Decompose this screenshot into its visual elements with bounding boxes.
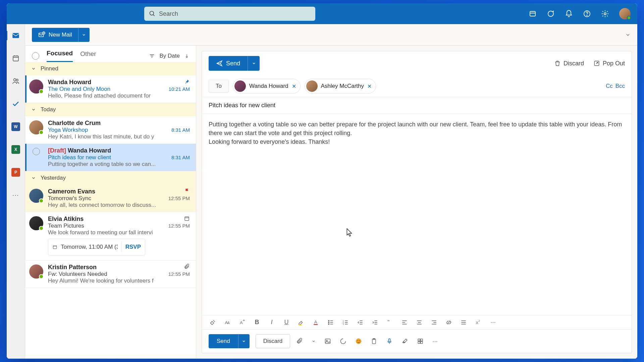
new-mail-button[interactable]: New Mail (32, 28, 78, 42)
recipient-pill[interactable]: Wanda Howard ✕ (233, 79, 301, 94)
image-icon[interactable] (324, 338, 331, 345)
search-box[interactable] (144, 7, 315, 21)
bullets-icon[interactable] (327, 319, 335, 326)
bold-button[interactable]: B (253, 319, 261, 326)
loop-icon[interactable] (340, 338, 346, 345)
pin-icon[interactable] (184, 79, 190, 85)
msg-subject: Fw: Volunteers Needed (48, 271, 107, 278)
section-label: Pinned (41, 65, 58, 72)
message-item[interactable]: Elvia Atikins Team Pictures12:55 PM We l… (25, 212, 196, 260)
msg-sender: Camerom Evans (48, 188, 95, 195)
message-item[interactable]: Wanda Howard The One and Only Moon10:21 … (25, 75, 196, 103)
subject-input[interactable] (209, 102, 625, 109)
font-size-icon[interactable]: A (238, 319, 246, 326)
chevron-down-icon (31, 66, 36, 71)
bell-icon[interactable] (565, 10, 573, 18)
ribbon-expand-icon[interactable] (625, 32, 631, 38)
rail-word[interactable]: W (9, 120, 22, 133)
outdent-icon[interactable] (356, 319, 364, 326)
sort-arrow-icon[interactable] (184, 54, 189, 58)
link-icon[interactable] (445, 319, 453, 326)
cc-button[interactable]: Cc (606, 83, 613, 89)
bottom-discard-button[interactable]: Discard (256, 334, 290, 348)
superscript-icon[interactable]: X2 (474, 319, 482, 326)
mail-plus-icon (38, 31, 45, 39)
send-button[interactable]: Send (209, 56, 248, 71)
tab-focused[interactable]: Focused (47, 50, 73, 62)
format-painter-icon[interactable] (209, 319, 217, 326)
more-format-icon[interactable]: ⋯ (489, 319, 497, 325)
msg-checkbox[interactable] (33, 148, 40, 155)
filter-icon[interactable] (149, 53, 155, 59)
msg-sender: Charlotte de Crum (48, 120, 190, 127)
apps-icon[interactable] (417, 338, 424, 345)
section-pinned[interactable]: Pinned (25, 62, 196, 75)
highlight-icon[interactable] (297, 319, 305, 326)
profile-avatar[interactable] (619, 8, 631, 19)
chat-icon[interactable] (547, 10, 555, 18)
attach-icon[interactable] (296, 338, 303, 345)
flag-icon[interactable] (184, 188, 190, 193)
bcc-button[interactable]: Bcc (615, 83, 625, 89)
dictate-icon[interactable] (386, 338, 393, 345)
signature-icon[interactable] (401, 338, 408, 345)
bottom-send-dropdown[interactable] (238, 334, 250, 348)
font-family-icon[interactable]: AA (223, 319, 231, 326)
tab-other[interactable]: Other (80, 50, 96, 62)
rail-calendar[interactable] (9, 52, 22, 65)
avatar (234, 80, 246, 92)
avatar (29, 120, 43, 134)
discard-button[interactable]: Discard (554, 60, 584, 67)
section-yesterday[interactable]: Yesterday (25, 171, 196, 185)
bottom-send-button[interactable]: Send (209, 334, 238, 348)
rail-people[interactable] (9, 74, 22, 88)
msg-preview: Hey all, lets connect tomorrow to discus… (48, 202, 190, 208)
indent-icon[interactable] (371, 319, 379, 326)
message-item-selected[interactable]: [Draft] Wanda Howard Pitch ideas for new… (25, 144, 196, 171)
numbering-icon[interactable]: 123 (341, 319, 350, 326)
rail-powerpoint[interactable]: P (9, 166, 22, 179)
popout-button[interactable]: Pop Out (593, 60, 625, 67)
select-all-checkbox[interactable] (32, 52, 39, 60)
compose-body[interactable]: Putting together a voting table so we ca… (202, 114, 632, 315)
new-mail-dropdown[interactable] (78, 28, 90, 42)
italic-button[interactable]: I (268, 319, 276, 326)
section-label: Today (41, 106, 56, 113)
align-center-icon[interactable] (415, 319, 423, 326)
search-input[interactable] (159, 10, 311, 17)
more-options-icon[interactable]: ⋯ (432, 338, 438, 345)
section-today[interactable]: Today (25, 103, 196, 116)
message-item[interactable]: Camerom Evans Tomorrow's Sync12:55 PM He… (25, 185, 196, 212)
align-right-icon[interactable] (430, 319, 438, 326)
quote-icon[interactable]: " (386, 319, 394, 326)
align-left-icon[interactable] (400, 319, 409, 326)
remove-recipient-icon[interactable]: ✕ (292, 83, 296, 89)
align-justify-icon[interactable] (460, 319, 468, 326)
section-label: Yesterday (41, 175, 66, 181)
gear-icon[interactable] (601, 10, 609, 18)
svg-text:3: 3 (343, 323, 344, 325)
attach-dropdown-icon[interactable] (312, 339, 316, 343)
body-paragraph: Looking forward to everyone's ideas. Tha… (209, 137, 625, 146)
clipboard-icon[interactable] (371, 338, 377, 345)
rail-excel[interactable]: X (9, 143, 22, 156)
help-icon[interactable] (583, 10, 591, 18)
msg-sender: Kristin Patterson (48, 264, 97, 271)
message-item[interactable]: Charlotte de Crum Yoga Workshop8:31 AM H… (25, 116, 196, 144)
msg-time: 12:55 PM (168, 195, 190, 201)
sort-label[interactable]: By Date (160, 53, 180, 59)
panel-icon[interactable] (529, 10, 537, 18)
rail-more[interactable]: ⋯ (9, 188, 22, 202)
message-item[interactable]: Kristin Patterson Fw: Volunteers Needed1… (25, 260, 196, 288)
underline-button[interactable]: U (282, 319, 290, 326)
send-dropdown[interactable] (248, 56, 260, 71)
font-color-icon[interactable]: A (312, 319, 320, 326)
rail-todo[interactable] (9, 97, 22, 111)
rsvp-button[interactable]: RSVP (121, 242, 145, 252)
to-field-button[interactable]: To (209, 80, 229, 93)
svg-rect-74 (418, 342, 420, 344)
rail-mail[interactable] (9, 29, 22, 42)
recipient-pill[interactable]: Ashley McCarthy ✕ (305, 79, 376, 94)
emoji-icon[interactable] (355, 338, 362, 345)
remove-recipient-icon[interactable]: ✕ (367, 83, 372, 89)
